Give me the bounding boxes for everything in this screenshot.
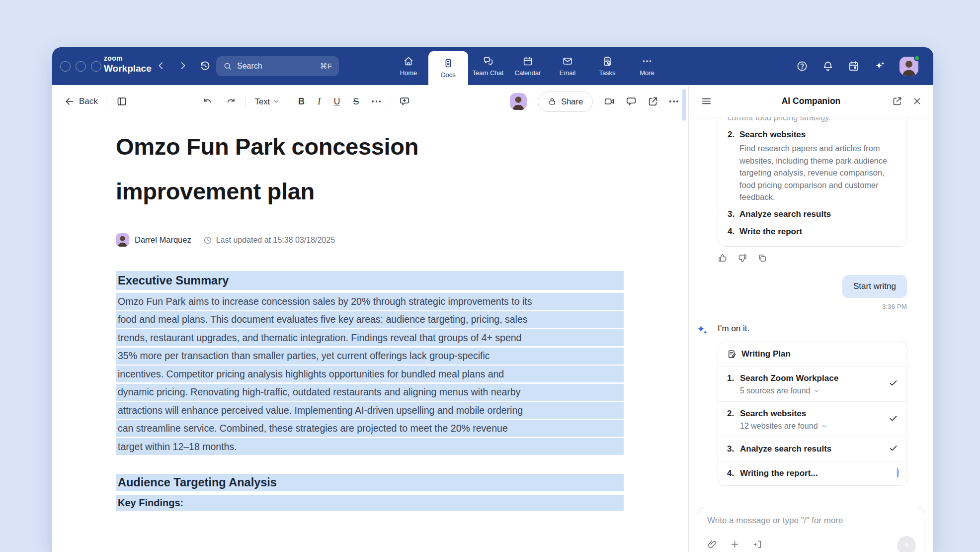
- tab-tasks[interactable]: Tasks: [587, 47, 627, 85]
- ai-reply-text: I’m on it.: [718, 324, 933, 334]
- bold-button[interactable]: B: [298, 96, 305, 107]
- video-call-icon[interactable]: [604, 96, 615, 107]
- last-updated: Last updated at 15:38 03/18/2025: [216, 236, 335, 245]
- user-avatar[interactable]: [899, 57, 918, 76]
- tab-home[interactable]: Home: [389, 47, 428, 85]
- add-comment-icon[interactable]: [399, 96, 410, 107]
- history-icon[interactable]: [199, 60, 211, 74]
- help-icon[interactable]: [796, 60, 808, 72]
- plan-item: 4. Write the report: [728, 225, 898, 238]
- clipped-plan-text: current food pricing strategy.: [728, 117, 898, 124]
- document-meta: Darrel Marquez Last updated at 15:38 03/…: [116, 233, 335, 247]
- chevron-down-icon: [813, 387, 820, 394]
- attach-paperclip-icon[interactable]: [707, 539, 718, 550]
- underline-button[interactable]: U: [333, 96, 340, 107]
- plan-step[interactable]: 3.Analyze search results: [718, 437, 907, 461]
- more-options-icon[interactable]: [669, 100, 678, 102]
- text-style-dropdown[interactable]: Text: [255, 97, 280, 106]
- more-formatting-icon[interactable]: [372, 100, 381, 102]
- text-line: dynamic pricing. Renovating high-traffic…: [116, 384, 624, 401]
- logo-workplace: Workplace: [104, 64, 152, 73]
- plan-step[interactable]: 4.Writing the report...: [718, 461, 907, 485]
- thumbs-down-icon[interactable]: [737, 253, 747, 263]
- composer-actions: [707, 539, 915, 550]
- search-placeholder: Search: [237, 62, 262, 71]
- step-check-icon: [888, 377, 898, 390]
- redo-icon[interactable]: [226, 96, 237, 107]
- thumbs-up-icon[interactable]: [718, 253, 728, 263]
- share-button[interactable]: Share: [538, 92, 593, 112]
- text-line: can streamline service. Combined, these …: [116, 420, 624, 437]
- heading-executive-summary: Executive Summary: [116, 271, 624, 290]
- text-line: trends, restaurant upgrades, and themati…: [116, 329, 624, 346]
- pop-out-icon[interactable]: [892, 96, 902, 108]
- add-plus-icon[interactable]: [730, 539, 740, 550]
- italic-button[interactable]: I: [318, 96, 321, 107]
- collaborator-avatar[interactable]: [510, 93, 527, 110]
- user-message-bubble: Start writng: [842, 275, 907, 298]
- chat-bubble-icon[interactable]: [626, 96, 637, 107]
- plan-step[interactable]: 2.Search websites 12 websites are found: [718, 401, 907, 437]
- plan-item-title: Analyze search results: [739, 208, 831, 221]
- ai-reply-row: I’m on it.: [689, 324, 933, 334]
- message-input[interactable]: [707, 516, 915, 526]
- clock-icon: [203, 236, 212, 245]
- heading-key-findings: Key Findings:: [116, 495, 624, 511]
- logo-zoom: zoom: [104, 55, 152, 62]
- team-chat-icon: [483, 56, 493, 67]
- tab-calendar[interactable]: Calendar: [508, 47, 548, 85]
- undo-icon[interactable]: [202, 96, 213, 107]
- ai-companion-panel: AI Companion current food pricing strate…: [688, 85, 933, 552]
- plan-item: 3. Analyze search results: [728, 208, 898, 221]
- step-check-icon: [888, 413, 898, 425]
- message-timestamp: 3:36 PM: [689, 303, 907, 310]
- notifications-bell-icon[interactable]: [822, 60, 834, 72]
- tab-docs[interactable]: Docs: [428, 51, 468, 85]
- lock-icon: [548, 97, 557, 106]
- nav-forward-icon[interactable]: [177, 60, 188, 73]
- document-area: Back Text B I U S: [52, 85, 688, 552]
- tab-email[interactable]: Email: [548, 47, 587, 85]
- open-external-icon[interactable]: [648, 96, 658, 107]
- back-button[interactable]: Back: [64, 96, 98, 107]
- nav-back-icon[interactable]: [156, 60, 166, 73]
- send-button[interactable]: [897, 536, 916, 552]
- ai-sparkle-icon: [695, 323, 708, 336]
- tab-more[interactable]: More: [627, 47, 667, 85]
- presence-dot: [914, 55, 920, 61]
- calendar-icon: [522, 56, 533, 67]
- step-subtitle[interactable]: 12 websites are found: [740, 422, 881, 431]
- text-line: 35% more per transaction than smaller pa…: [116, 348, 624, 365]
- text-line: Omzo Fun Park aims to increase concessio…: [116, 293, 624, 310]
- chevron-down-icon: [273, 98, 280, 105]
- tab-team-chat[interactable]: Team Chat: [468, 47, 508, 85]
- document-title-line1: Omzo Fun Park concession: [116, 133, 418, 160]
- plan-step[interactable]: 1.Search Zoom Workplace 5 sources are fo…: [718, 367, 907, 401]
- step-subtitle[interactable]: 5 sources are found: [740, 386, 881, 395]
- document-toolbar: Back Text B I U S: [52, 85, 688, 118]
- ai-prompt-box-icon[interactable]: [752, 539, 762, 550]
- document-scrollbar[interactable]: [682, 89, 686, 121]
- user-message-row: Start writng: [689, 275, 907, 298]
- copy-icon[interactable]: [757, 253, 767, 263]
- chevron-down-icon: [821, 423, 828, 430]
- strikethrough-button[interactable]: S: [353, 96, 359, 107]
- tasks-icon: [602, 56, 613, 67]
- app-window: zoom Workplace Search ⌘F Home Docs: [52, 47, 933, 552]
- writing-plan-icon: [727, 349, 737, 359]
- close-icon[interactable]: [912, 96, 922, 108]
- topbar-right-actions: [796, 47, 918, 85]
- message-composer: [697, 507, 925, 552]
- executive-summary-text: Omzo Fun Park aims to increase concessio…: [116, 293, 624, 457]
- window-controls[interactable]: [60, 61, 101, 72]
- calendar-today-icon[interactable]: [848, 60, 860, 72]
- primary-tabs: Home Docs Team Chat Calendar Email Tasks: [389, 47, 667, 85]
- plan-item: 2. Search websites Find research papers …: [728, 128, 898, 203]
- step-title: Search Zoom Workplace: [740, 372, 838, 384]
- email-icon: [562, 56, 573, 67]
- search-input[interactable]: Search ⌘F: [216, 56, 339, 76]
- sidebar-toggle-icon[interactable]: [116, 96, 127, 107]
- ai-companion-sparkle-icon[interactable]: [874, 60, 886, 72]
- ai-chat-scroll[interactable]: current food pricing strategy. 2. Search…: [689, 117, 933, 507]
- ai-panel-header: AI Companion: [689, 85, 933, 117]
